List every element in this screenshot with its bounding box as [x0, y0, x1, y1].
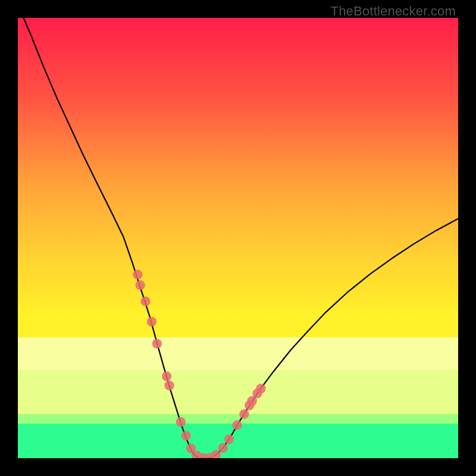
watermark-text: TheBottlenecker.com	[331, 4, 456, 19]
data-point	[239, 409, 249, 419]
data-point	[162, 371, 171, 381]
plot-area	[18, 18, 458, 458]
data-point	[224, 434, 234, 444]
curve-svg	[18, 18, 458, 458]
data-point	[176, 417, 186, 427]
data-point	[232, 420, 242, 430]
data-point	[140, 296, 150, 306]
data-point	[152, 339, 162, 348]
data-point-markers	[133, 270, 266, 458]
data-point	[147, 317, 156, 326]
chart-frame: TheBottlenecker.com	[0, 0, 476, 476]
data-point	[218, 443, 228, 453]
data-point	[181, 431, 190, 440]
bottleneck-curve	[18, 18, 458, 458]
data-point	[164, 381, 174, 390]
data-point	[133, 270, 142, 279]
data-point	[256, 384, 265, 393]
data-point	[136, 280, 145, 290]
